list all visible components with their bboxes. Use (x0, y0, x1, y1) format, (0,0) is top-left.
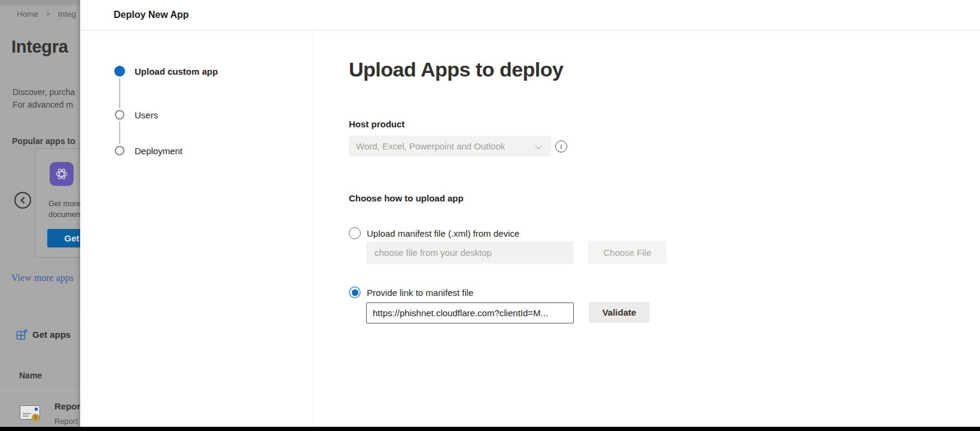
blue-dot-icon (35, 408, 38, 411)
step-connector (119, 78, 120, 108)
carousel-previous-button[interactable] (14, 192, 31, 209)
step-upload-custom-app[interactable]: Upload custom app (135, 66, 218, 77)
intro-line-2: For advanced m (13, 99, 75, 111)
host-product-value: Word, Excel, Powerpoint and Outlook (356, 136, 505, 157)
host-product-dropdown[interactable]: Word, Excel, Powerpoint and Outlook (349, 136, 551, 157)
content-heading: Upload Apps to deploy (349, 58, 563, 81)
radio-upload-manifest-file[interactable] (349, 227, 361, 239)
breadcrumb: Home > Integ (17, 10, 76, 19)
step-indicator-active (114, 66, 125, 77)
intro-line-1: Discover, purcha (13, 86, 75, 99)
host-product-label: Host product (349, 119, 404, 129)
step-users[interactable]: Users (135, 110, 158, 120)
radio-provide-link[interactable] (349, 286, 361, 298)
top-band (0, 0, 80, 5)
get-apps-label: Get apps (32, 329, 71, 340)
manifest-file-input[interactable] (366, 242, 574, 264)
view-more-apps-link[interactable]: View more apps (11, 273, 74, 283)
validate-button[interactable]: Validate (589, 302, 650, 323)
chevron-left-icon (20, 197, 27, 203)
get-apps-icon (16, 329, 28, 340)
background-page: Home > Integ Integra Discover, purcha Fo… (0, 0, 80, 431)
page-intro: Discover, purcha For advanced m (13, 86, 75, 111)
radio-provide-link-label[interactable]: Provide link to manifest file (367, 288, 473, 298)
app-card: Get more documen Get (35, 148, 80, 258)
row-app-title: Repor (54, 401, 80, 411)
panel-header: Deploy New App (80, 0, 980, 30)
card-text-line-1: Get more (48, 199, 80, 208)
table-column-name: Name (19, 371, 42, 380)
screen: Home > Integ Integra Discover, purcha Fo… (0, 0, 980, 431)
chevron-down-icon (535, 142, 541, 149)
page-title: Integra (11, 37, 68, 57)
breadcrumb-separator-icon: > (46, 10, 50, 19)
manifest-link-input[interactable] (366, 302, 574, 323)
adobe-acrobat-icon (50, 162, 74, 186)
breadcrumb-home-link[interactable]: Home (17, 10, 38, 19)
row-app-subtitle: Report (54, 417, 78, 426)
table-row[interactable]: ! Repor Report (20, 401, 80, 428)
divider (0, 390, 80, 391)
radio-upload-manifest-label[interactable]: Upload manifest file (.xml) from device (367, 228, 519, 239)
info-icon[interactable]: i (555, 140, 567, 152)
step-indicator (115, 110, 124, 120)
step-connector (119, 121, 120, 144)
step-indicator (115, 146, 124, 155)
stepper-divider (313, 31, 314, 427)
divider (0, 317, 80, 318)
choose-upload-label: Choose how to upload app (349, 193, 464, 203)
warning-badge-icon: ! (32, 414, 39, 421)
card-text-line-2: documen (48, 210, 80, 219)
step-deployment[interactable]: Deployment (135, 146, 182, 156)
get-apps-button[interactable]: Get apps (16, 329, 71, 340)
get-button[interactable]: Get (47, 229, 80, 247)
popular-apps-heading: Popular apps to (12, 136, 75, 146)
breadcrumb-current-link[interactable]: Integ (58, 10, 76, 19)
bottom-taskbar-strip (0, 427, 980, 431)
panel-title: Deploy New App (114, 10, 189, 20)
choose-file-button[interactable]: Choose File (588, 241, 666, 264)
deploy-new-app-panel: Deploy New App Upload custom app Users D… (80, 0, 980, 431)
